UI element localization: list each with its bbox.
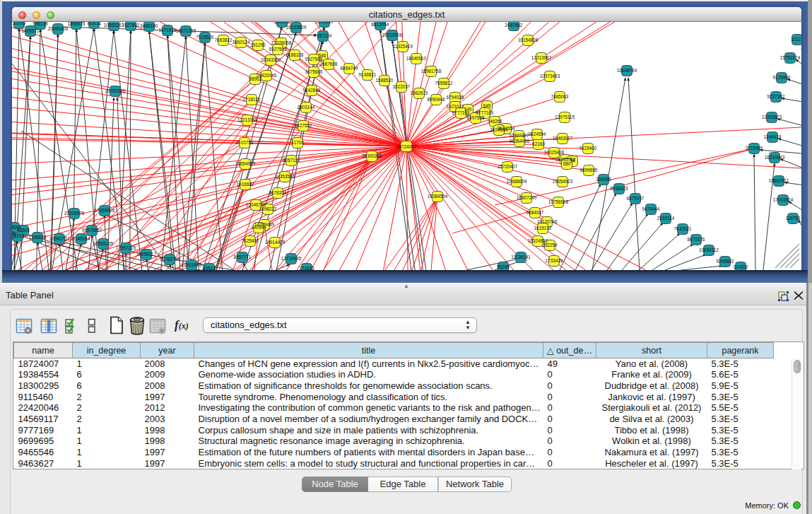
svg-text:6466160: 6466160 <box>141 23 158 28</box>
svg-text:9146821: 9146821 <box>359 72 377 77</box>
svg-text:18807249: 18807249 <box>517 195 537 200</box>
svg-text:20691406: 20691406 <box>48 26 69 31</box>
svg-text:12213967: 12213967 <box>531 55 552 60</box>
svg-text:21226058: 21226058 <box>271 40 292 45</box>
svg-text:8990448: 8990448 <box>428 97 445 102</box>
svg-text:124502: 124502 <box>733 264 748 269</box>
svg-text:8454749: 8454749 <box>341 66 358 71</box>
svg-text:20053346: 20053346 <box>105 88 126 93</box>
svg-text:9129966: 9129966 <box>773 75 791 80</box>
svg-text:10807487: 10807487 <box>509 133 529 138</box>
svg-text:995139: 995139 <box>33 22 48 26</box>
svg-text:391295: 391295 <box>250 42 266 47</box>
svg-text:1615132: 1615132 <box>534 226 552 230</box>
svg-text:7955812: 7955812 <box>435 81 453 86</box>
svg-text:6497568: 6497568 <box>467 115 485 120</box>
svg-text:16033809: 16033809 <box>286 25 307 30</box>
svg-text:9684067: 9684067 <box>526 210 544 215</box>
svg-text:9327503: 9327503 <box>269 47 287 52</box>
svg-text:746266: 746266 <box>487 119 502 124</box>
svg-text:15720407: 15720407 <box>498 164 518 169</box>
svg-text:9474444: 9474444 <box>642 206 660 211</box>
svg-text:9777169: 9777169 <box>476 110 494 115</box>
svg-text:3322037: 3322037 <box>393 84 411 89</box>
svg-text:1916682: 1916682 <box>237 182 254 187</box>
svg-text:10688609: 10688609 <box>507 179 527 184</box>
svg-text:11121: 11121 <box>792 37 801 42</box>
svg-text:9327508: 9327508 <box>305 57 323 62</box>
svg-text:7515526: 7515526 <box>196 35 214 40</box>
svg-text:16210643: 16210643 <box>765 155 785 160</box>
svg-text:7485063: 7485063 <box>551 94 569 99</box>
svg-text:12505135: 12505135 <box>93 241 114 246</box>
svg-text:7625402: 7625402 <box>242 238 259 243</box>
svg-text:11353594: 11353594 <box>275 174 295 179</box>
svg-text:645: 645 <box>483 103 491 108</box>
svg-text:16543362: 16543362 <box>261 57 281 62</box>
svg-text:1921850: 1921850 <box>316 22 334 24</box>
svg-text:7632621: 7632621 <box>674 226 692 231</box>
svg-text:164095: 164095 <box>596 177 611 182</box>
svg-text:1244419: 1244419 <box>764 134 782 139</box>
svg-text:1145194: 1145194 <box>73 236 90 241</box>
svg-text:19463627: 19463627 <box>553 136 573 141</box>
svg-text:6899695: 6899695 <box>580 168 598 173</box>
svg-text:1405571: 1405571 <box>22 28 40 33</box>
svg-text:14914479: 14914479 <box>265 240 286 245</box>
svg-text:11325419: 11325419 <box>393 44 413 49</box>
svg-text:1010753: 1010753 <box>236 140 254 145</box>
svg-text:8678334: 8678334 <box>269 190 287 195</box>
svg-text:10958117: 10958117 <box>136 252 156 257</box>
svg-text:16782759: 16782759 <box>160 257 180 262</box>
svg-text:16648784: 16648784 <box>617 68 637 73</box>
svg-text:62160: 62160 <box>532 141 545 146</box>
svg-text:8427552: 8427552 <box>295 123 312 128</box>
svg-text:2933114: 2933114 <box>657 216 675 221</box>
svg-text:9115460: 9115460 <box>579 146 597 151</box>
svg-text:17359926: 17359926 <box>95 208 115 213</box>
svg-text:1733426: 1733426 <box>546 258 563 263</box>
svg-text:1890975: 1890975 <box>68 22 86 26</box>
svg-text:116753: 116753 <box>786 216 801 221</box>
svg-text:20705: 20705 <box>13 22 25 25</box>
svg-text:19218506: 19218506 <box>382 33 403 37</box>
svg-text:1156828: 1156828 <box>29 235 47 240</box>
svg-text:17957225: 17957225 <box>116 245 136 250</box>
svg-text:10654112: 10654112 <box>699 247 719 252</box>
svg-text:9245652: 9245652 <box>717 259 734 264</box>
svg-text:19654925: 19654925 <box>235 161 256 166</box>
svg-text:8857771: 8857771 <box>234 255 252 259</box>
svg-text:8186328: 8186328 <box>286 52 304 57</box>
svg-text:17016504: 17016504 <box>773 197 794 202</box>
svg-text:19654923: 19654923 <box>553 179 573 184</box>
svg-text:8938923: 8938923 <box>611 186 628 191</box>
svg-text:20364436: 20364436 <box>510 139 530 144</box>
svg-text:19384554: 19384554 <box>428 194 448 199</box>
svg-text:11136141: 11136141 <box>511 255 531 259</box>
svg-text:10025438: 10025438 <box>544 150 565 155</box>
svg-text:160338: 160338 <box>274 22 290 24</box>
svg-text:12942737: 12942737 <box>49 236 70 241</box>
svg-text:3624554: 3624554 <box>490 127 508 132</box>
svg-text:6794028: 6794028 <box>447 95 464 100</box>
svg-text:12093873: 12093873 <box>762 115 782 119</box>
svg-text:9242848: 9242848 <box>303 88 321 93</box>
svg-text:8471676: 8471676 <box>688 237 705 242</box>
svg-text:18724007: 18724007 <box>396 144 417 149</box>
svg-text:16671355: 16671355 <box>176 28 196 33</box>
svg-text:16154808: 16154808 <box>518 37 539 42</box>
svg-text:20514: 20514 <box>203 266 216 270</box>
svg-text:2718126: 2718126 <box>243 97 261 102</box>
svg-text:8813054: 8813054 <box>372 22 389 27</box>
svg-text:171633: 171633 <box>299 266 314 270</box>
svg-text:2803144: 2803144 <box>298 105 315 110</box>
svg-text:94: 94 <box>570 158 575 163</box>
svg-text:12923446: 12923446 <box>182 262 202 267</box>
svg-text:10973493: 10973493 <box>540 74 560 78</box>
svg-text:15692971: 15692971 <box>769 178 789 183</box>
svg-text:3375685: 3375685 <box>305 69 323 74</box>
svg-text:1362615: 1362615 <box>411 90 428 95</box>
svg-text:16120746: 16120746 <box>537 219 558 224</box>
svg-text:11700: 11700 <box>291 140 304 145</box>
svg-text:3860124: 3860124 <box>233 40 250 45</box>
